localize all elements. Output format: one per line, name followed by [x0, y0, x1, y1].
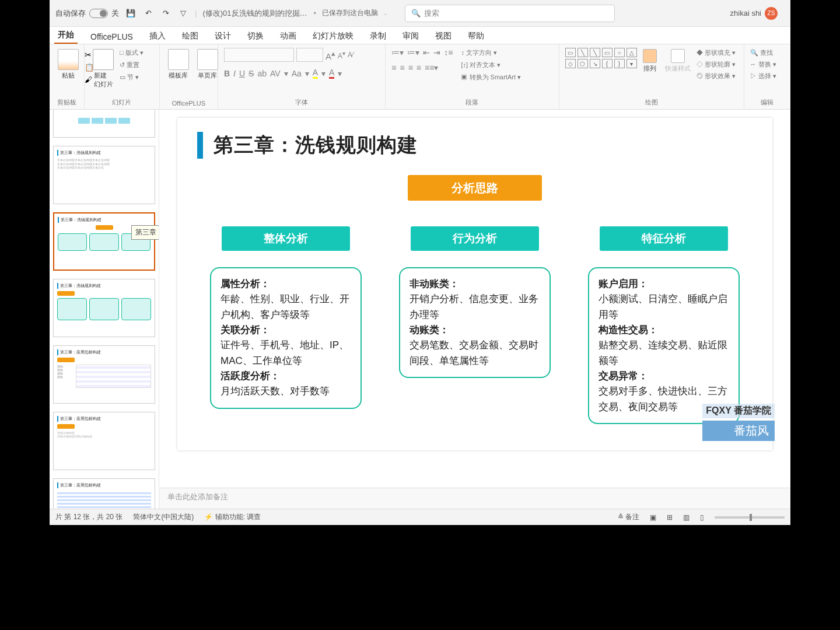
- shapes-gallery[interactable]: ▭╲╲▭○△ ◇⬠↘{}▾: [565, 48, 637, 68]
- stage: 第三章：洗钱规则构建 分析思路 整体分析 属性分析：年龄、性别、职业、行业、开户…: [159, 110, 790, 509]
- tab-home[interactable]: 开始: [54, 27, 78, 44]
- tab-slideshow[interactable]: 幻灯片放映: [309, 29, 357, 44]
- font-highlight-button[interactable]: A: [313, 68, 318, 79]
- body: 第三章：洗钱规则构建 文本占位内容文本占位内容文本占位内容文本占位内容文本占位内…: [50, 110, 790, 509]
- slideshow-view-icon[interactable]: ▯: [700, 513, 704, 522]
- group-slides: 新建 幻灯片 □ 版式 ▾ ↺ 重置 ▭ 节 ▾ 幻灯片: [85, 44, 160, 109]
- select-button[interactable]: ▷ 选择 ▾: [750, 71, 776, 81]
- column-body: 账户启用：小额测试、日清空、睡眠户启用等构造性交易：贴整交易、连续交易、贴近限额…: [588, 267, 740, 424]
- templatelib-button[interactable]: 模板库: [166, 48, 191, 81]
- tab-design[interactable]: 设计: [211, 29, 235, 44]
- sorter-view-icon[interactable]: ⊞: [667, 513, 673, 522]
- font-increase-icon[interactable]: A▴: [326, 49, 335, 61]
- tab-draw[interactable]: 绘图: [178, 29, 202, 44]
- bold-button[interactable]: B: [224, 69, 230, 78]
- italic-button[interactable]: I: [233, 69, 236, 78]
- tab-animations[interactable]: 动画: [276, 29, 300, 44]
- redo-icon[interactable]: ↷: [160, 8, 172, 19]
- slide-area[interactable]: 第三章：洗钱规则构建 分析思路 整体分析 属性分析：年龄、性别、职业、行业、开户…: [159, 110, 790, 488]
- tab-officeplus[interactable]: OfficePLUS: [87, 30, 136, 44]
- notes-pane[interactable]: 单击此处添加备注: [159, 488, 790, 509]
- align-left-icon[interactable]: ≡: [391, 63, 396, 72]
- search-input[interactable]: 🔍 搜索: [405, 5, 615, 22]
- normal-view-icon[interactable]: ▣: [650, 513, 656, 522]
- columns-icon[interactable]: ≡≡▾: [425, 63, 438, 72]
- new-slide-button[interactable]: 新建 幻灯片: [90, 48, 116, 90]
- tab-review[interactable]: 审阅: [399, 29, 422, 44]
- tab-recording[interactable]: 录制: [366, 29, 390, 44]
- tab-transitions[interactable]: 切换: [244, 29, 267, 44]
- shape-effects-button[interactable]: ◎ 形状效果 ▾: [696, 71, 736, 81]
- columns: 整体分析 属性分析：年龄、性别、职业、行业、开户机构、客户等级等关联分析：证件号…: [197, 226, 752, 424]
- shape-fill-button[interactable]: ◆ 形状填充 ▾: [696, 48, 736, 58]
- font-decrease-icon[interactable]: A▾: [338, 50, 345, 60]
- column-head: 整体分析: [222, 226, 350, 251]
- language-status[interactable]: 简体中文(中国大陆): [133, 512, 194, 522]
- tab-help[interactable]: 帮助: [464, 29, 488, 44]
- layout-button[interactable]: □ 版式 ▾: [120, 48, 144, 58]
- arrange-button[interactable]: 排列: [640, 48, 659, 74]
- indent-dec-icon[interactable]: ⇤: [423, 48, 430, 57]
- saved-status[interactable]: 已保存到这台电脑: [322, 8, 378, 18]
- zoom-slider[interactable]: [715, 516, 785, 519]
- reading-view-icon[interactable]: ▥: [683, 513, 690, 522]
- font-color-button[interactable]: A: [329, 68, 334, 79]
- font-family-select[interactable]: [224, 48, 294, 62]
- replace-button[interactable]: ↔ 替换 ▾: [750, 60, 776, 69]
- group-officeplus: 模板库 单页库 OfficePLUS: [160, 44, 218, 109]
- underline-button[interactable]: U: [239, 69, 245, 78]
- to-smartart-button[interactable]: ▣ 转换为 SmartArt ▾: [461, 72, 521, 82]
- justify-icon[interactable]: ≡: [416, 63, 421, 72]
- thumbnail-slide[interactable]: 第三章：应用指标构建 代码示例内容代码示例内容代码示例内容: [53, 412, 155, 470]
- shape-outline-button[interactable]: ◇ 形状轮廓 ▾: [696, 60, 736, 69]
- paste-button[interactable]: 粘贴: [55, 48, 81, 81]
- thumbnail-slide[interactable]: 第三章：应用指标构建: [53, 478, 155, 509]
- column-head: 特征分析: [600, 226, 728, 251]
- bullets-icon[interactable]: ≔▾: [391, 48, 404, 57]
- font-size-select[interactable]: [296, 48, 323, 62]
- section-button[interactable]: ▭ 节 ▾: [120, 72, 144, 82]
- find-button[interactable]: 🔍 查找: [750, 48, 773, 58]
- thumbnail-slide[interactable]: 第三章：应用指标构建 指标指标指标指标: [53, 345, 155, 404]
- singlepage-button[interactable]: 单页库: [195, 48, 220, 81]
- reset-button[interactable]: ↺ 重置: [120, 60, 144, 70]
- thumbnail-panel[interactable]: 第三章：洗钱规则构建 文本占位内容文本占位内容文本占位内容文本占位内容文本占位内…: [50, 110, 159, 509]
- accessibility-status[interactable]: ⚡ 辅助功能: 调查: [204, 512, 261, 522]
- slide-canvas[interactable]: 第三章：洗钱规则构建 分析思路 整体分析 属性分析：年龄、性别、职业、行业、开户…: [177, 118, 772, 450]
- numbering-icon[interactable]: ≔▾: [407, 48, 419, 57]
- toggle-icon[interactable]: [89, 9, 108, 18]
- quickstyle-button[interactable]: 快速样式: [663, 48, 693, 74]
- tab-view[interactable]: 视图: [432, 29, 455, 44]
- undo-icon[interactable]: ↶: [142, 8, 154, 19]
- change-case-button[interactable]: Aa: [292, 69, 302, 78]
- char-spacing-button[interactable]: AV: [270, 69, 281, 78]
- thumbnail-slide[interactable]: 第三章：洗钱规则构建 文本占位内容文本占位内容文本占位内容文本占位内容文本占位内…: [53, 146, 155, 204]
- thumbnail-slide[interactable]: 第三章：洗钱规则构建: [53, 279, 155, 337]
- quickstyle-icon: [671, 49, 685, 63]
- line-spacing-icon[interactable]: ↕≡: [444, 48, 453, 57]
- watermark-line1: FQXY 番茄学院: [702, 404, 775, 418]
- titlebar: 自动保存 关 💾 ↶ ↷ ▽ | (修改)01反洗钱的规则的挖掘.p… • 已保…: [50, 0, 790, 27]
- presenter-icon[interactable]: ▽: [177, 8, 189, 19]
- text-shadow-button[interactable]: ab: [257, 69, 267, 78]
- search-placeholder: 搜索: [424, 8, 439, 19]
- align-text-button[interactable]: [↕] 对齐文本 ▾: [461, 60, 521, 70]
- search-icon: 🔍: [411, 9, 421, 18]
- align-center-icon[interactable]: ≡: [400, 63, 404, 72]
- text-direction-button[interactable]: ↕ 文字方向 ▾: [461, 48, 521, 58]
- clear-format-icon[interactable]: A⁄: [348, 51, 354, 59]
- username: zhikai shi: [730, 9, 761, 18]
- slide-counter[interactable]: 片 第 12 张，共 20 张: [55, 512, 123, 522]
- user-account[interactable]: zhikai shi ZS: [730, 7, 778, 20]
- thumbnail-slide[interactable]: [53, 110, 155, 138]
- new-slide-icon: [93, 49, 114, 70]
- align-right-icon[interactable]: ≡: [408, 63, 413, 72]
- notes-toggle[interactable]: ≙ 备注: [618, 512, 639, 522]
- thumbnail-slide-selected[interactable]: 第三章：洗钱规则构建: [53, 212, 155, 271]
- autosave-toggle[interactable]: 自动保存 关: [55, 8, 119, 19]
- strike-button[interactable]: S: [249, 69, 254, 78]
- indent-inc-icon[interactable]: ⇥: [433, 48, 440, 57]
- autosave-label: 自动保存: [55, 8, 86, 19]
- tab-insert[interactable]: 插入: [146, 29, 169, 44]
- save-icon[interactable]: 💾: [125, 8, 136, 19]
